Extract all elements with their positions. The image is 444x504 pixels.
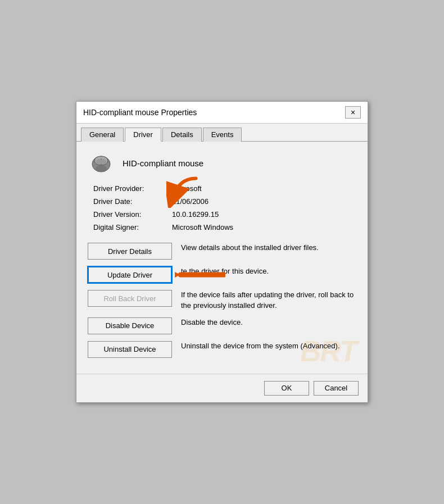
cancel-button[interactable]: Cancel — [314, 381, 359, 396]
update-driver-button[interactable]: Update Driver — [88, 266, 172, 283]
driver-details-button[interactable]: Driver Details — [88, 243, 172, 260]
update-driver-arrow — [175, 265, 225, 284]
driver-info-grid: Driver Provider: Microsoft Driver Date: … — [93, 184, 351, 231]
driver-details-description: View details about the installed driver … — [181, 243, 356, 253]
roll-back-driver-button[interactable]: Roll Back Driver — [88, 290, 172, 307]
dialog-footer: OK Cancel — [76, 374, 368, 402]
device-name: HID-compliant mouse — [123, 158, 203, 168]
tab-general[interactable]: General — [81, 128, 124, 142]
value-provider: Microsoft — [172, 184, 202, 193]
uninstall-device-button[interactable]: Uninstall Device — [88, 341, 172, 358]
dialog-window: HID-compliant mouse Properties × General… — [76, 101, 368, 402]
uninstall-device-description: Uninstall the device from the system (Ad… — [181, 341, 356, 351]
info-row-date: Driver Date: 21/06/2006 — [93, 197, 351, 206]
info-row-provider: Driver Provider: Microsoft — [93, 184, 351, 193]
button-row-disable-device: Disable Device Disable the device. — [88, 317, 356, 334]
button-row-roll-back: Roll Back Driver If the device fails aft… — [88, 290, 356, 310]
info-row-version: Driver Version: 10.0.16299.15 — [93, 210, 351, 219]
value-date: 21/06/2006 — [172, 197, 209, 206]
device-header: HID-compliant mouse — [88, 153, 356, 173]
window-title: HID-compliant mouse Properties — [83, 108, 197, 117]
tab-driver[interactable]: Driver — [125, 128, 161, 142]
svg-point-6 — [96, 165, 107, 172]
title-bar: HID-compliant mouse Properties × — [76, 102, 368, 124]
label-provider: Driver Provider: — [93, 184, 172, 193]
label-signer: Digital Signer: — [93, 223, 172, 231]
svg-point-5 — [101, 159, 106, 165]
disable-device-description: Disable the device. — [181, 317, 356, 328]
label-date: Driver Date: — [93, 197, 172, 206]
content-area: BRT HID-compliant mouse — [76, 142, 368, 373]
button-row-update-driver: Update Driver te the driver for this dev… — [88, 266, 356, 283]
roll-back-description: If the device fails after updating the d… — [181, 290, 356, 310]
button-row-uninstall-device: Uninstall Device Uninstall the device fr… — [88, 341, 356, 358]
device-icon — [88, 153, 115, 173]
disable-device-button[interactable]: Disable Device — [88, 317, 172, 334]
tab-details[interactable]: Details — [162, 128, 202, 142]
button-row-driver-details: Driver Details View details about the in… — [88, 243, 356, 260]
tab-events[interactable]: Events — [203, 128, 242, 142]
tabs-container: General Driver Details Events — [76, 124, 368, 142]
value-signer: Microsoft Windows — [172, 223, 233, 231]
ok-button[interactable]: OK — [264, 381, 309, 396]
close-button[interactable]: × — [345, 106, 361, 119]
value-version: 10.0.16299.15 — [172, 210, 219, 219]
info-row-signer: Digital Signer: Microsoft Windows — [93, 223, 351, 231]
label-version: Driver Version: — [93, 210, 172, 219]
